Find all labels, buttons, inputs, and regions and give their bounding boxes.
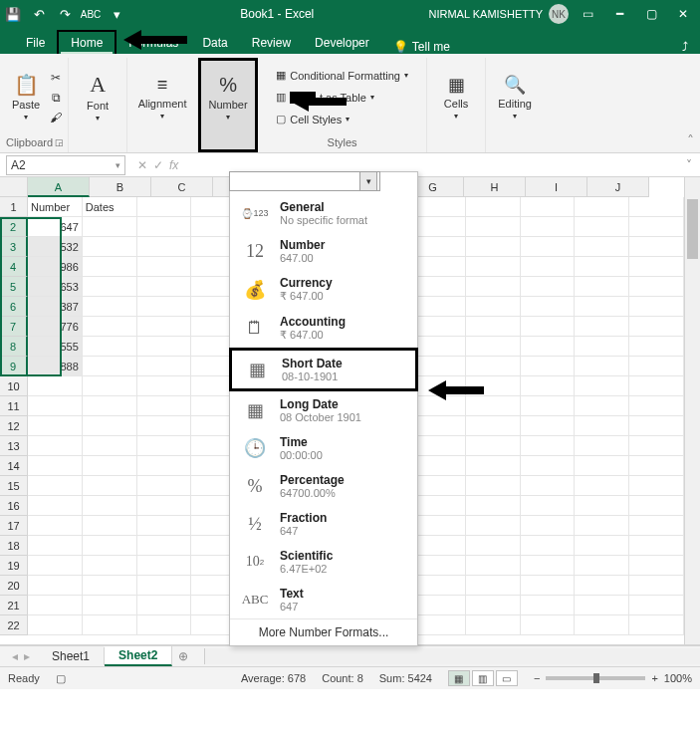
cut-icon[interactable]: ✂: [48, 70, 64, 86]
number-format-dropdown-button[interactable]: ▾: [359, 171, 377, 191]
copy-icon[interactable]: ⧉: [48, 90, 64, 106]
paste-button[interactable]: 📋 Paste ▾: [6, 73, 46, 123]
cell[interactable]: [466, 317, 521, 337]
tab-home[interactable]: Home: [57, 30, 117, 54]
zoom-out-button[interactable]: −: [534, 672, 540, 684]
cell[interactable]: 387: [28, 297, 83, 317]
cell[interactable]: [83, 396, 137, 416]
cell[interactable]: [411, 317, 466, 337]
cell[interactable]: [466, 237, 521, 257]
select-all-button[interactable]: [0, 177, 28, 197]
cell[interactable]: [629, 257, 684, 277]
cell[interactable]: [575, 237, 629, 257]
cell[interactable]: [83, 237, 137, 257]
cell[interactable]: [629, 197, 684, 217]
cell[interactable]: [83, 436, 137, 456]
cell[interactable]: [83, 615, 137, 635]
cell[interactable]: 653: [28, 277, 83, 297]
cell[interactable]: [466, 496, 521, 516]
cell[interactable]: [28, 416, 83, 436]
cell[interactable]: 888: [28, 357, 83, 376]
cell[interactable]: [521, 476, 576, 496]
row-header[interactable]: 10: [0, 376, 28, 396]
format-accounting[interactable]: 🗒 Accounting₹ 647.00: [230, 309, 417, 348]
cell[interactable]: 647: [28, 217, 83, 237]
row-headers[interactable]: 12345678910111213141516171819202122: [0, 197, 28, 644]
cell[interactable]: [575, 536, 629, 556]
horizontal-scrollbar[interactable]: [204, 648, 700, 664]
cell[interactable]: [411, 416, 466, 436]
cell[interactable]: [466, 576, 521, 596]
row-header[interactable]: 3: [0, 237, 28, 257]
cell[interactable]: [629, 416, 684, 436]
cell[interactable]: [521, 496, 576, 516]
spellcheck-icon[interactable]: ABC: [82, 5, 100, 23]
cell[interactable]: Dates: [83, 197, 137, 217]
row-header[interactable]: 9: [0, 357, 28, 376]
cells-group-button[interactable]: ▦ Cells ▾: [431, 66, 481, 129]
cell[interactable]: [137, 436, 192, 456]
namebox-dropdown-icon[interactable]: ▾: [116, 160, 120, 170]
cell[interactable]: [137, 416, 192, 436]
cell[interactable]: [28, 536, 83, 556]
sheet-tab-2[interactable]: Sheet2: [105, 646, 172, 666]
cell[interactable]: [466, 337, 521, 357]
zoom-slider[interactable]: [546, 676, 645, 680]
cell[interactable]: [137, 217, 192, 237]
cell[interactable]: [521, 237, 576, 257]
cell[interactable]: [83, 416, 137, 436]
cell[interactable]: [521, 257, 576, 277]
cell[interactable]: [83, 337, 137, 357]
cell[interactable]: [83, 376, 137, 396]
cell[interactable]: [411, 297, 466, 317]
cell[interactable]: [83, 277, 137, 297]
cell[interactable]: [411, 257, 466, 277]
cell[interactable]: [629, 337, 684, 357]
format-short-date[interactable]: ▦ Short Date08-10-1901: [229, 348, 418, 391]
cell[interactable]: [28, 516, 83, 536]
row-header[interactable]: 12: [0, 416, 28, 436]
cell[interactable]: [137, 615, 192, 635]
cell[interactable]: [83, 556, 137, 576]
cell[interactable]: [28, 596, 83, 615]
cell[interactable]: [575, 516, 629, 536]
row-header[interactable]: 8: [0, 337, 28, 357]
cell[interactable]: [28, 556, 83, 576]
col-header-a[interactable]: A: [28, 177, 90, 197]
cell[interactable]: [575, 376, 629, 396]
cell[interactable]: [137, 337, 192, 357]
cell[interactable]: [411, 596, 466, 615]
col-header-c[interactable]: C: [151, 177, 213, 197]
number-group-button[interactable]: % Number ▾: [203, 66, 253, 129]
cell[interactable]: [629, 456, 684, 476]
cell[interactable]: [411, 277, 466, 297]
row-header[interactable]: 5: [0, 277, 28, 297]
row-header[interactable]: 20: [0, 576, 28, 596]
zoom-thumb[interactable]: [593, 673, 599, 683]
tab-developer[interactable]: Developer: [303, 32, 381, 54]
format-long-date[interactable]: ▦ Long Date08 October 1901: [230, 391, 417, 429]
avatar[interactable]: NK: [549, 4, 569, 24]
cell[interactable]: [411, 456, 466, 476]
row-header[interactable]: 18: [0, 536, 28, 556]
cell[interactable]: [575, 197, 629, 217]
enter-formula-icon[interactable]: ✓: [153, 158, 163, 172]
row-header[interactable]: 7: [0, 317, 28, 337]
cell[interactable]: [137, 496, 192, 516]
view-page-layout-button[interactable]: ▥: [472, 670, 494, 686]
row-header[interactable]: 6: [0, 297, 28, 317]
view-normal-button[interactable]: ▦: [448, 670, 470, 686]
cell[interactable]: [521, 197, 576, 217]
col-header-b[interactable]: B: [90, 177, 151, 197]
cell[interactable]: [466, 396, 521, 416]
cell[interactable]: [137, 536, 192, 556]
cell[interactable]: [137, 456, 192, 476]
row-header[interactable]: 11: [0, 396, 28, 416]
cell[interactable]: [137, 297, 192, 317]
cell[interactable]: [137, 197, 192, 217]
cell[interactable]: [83, 217, 137, 237]
cell[interactable]: [521, 615, 576, 635]
format-fraction[interactable]: ½ Fraction647: [230, 505, 417, 543]
cell[interactable]: [629, 317, 684, 337]
cell[interactable]: [521, 456, 576, 476]
